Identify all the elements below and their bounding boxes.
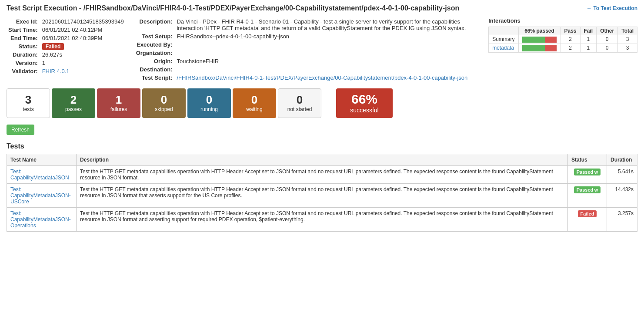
table-row: Test:CapabilityMetadataJSON-Operations T… bbox=[7, 208, 637, 232]
interactions-col-other: Other bbox=[597, 27, 618, 35]
stat-running: 0 running bbox=[187, 88, 231, 118]
origin-value: TouchstoneFHIR bbox=[175, 57, 480, 65]
test-description: Test the HTTP GET metadata capabilities … bbox=[77, 184, 568, 208]
status-badge: Failed bbox=[42, 43, 64, 50]
stat-skipped-label: skipped bbox=[155, 106, 173, 112]
description-label: Description: bbox=[134, 17, 175, 32]
interaction-progress bbox=[518, 35, 561, 44]
test-setup-value: FHIRSandbox--pdex-4-0-1-00-capability-js… bbox=[175, 32, 480, 40]
test-name-link[interactable]: Test:CapabilityMetadataJSON-Operations bbox=[10, 210, 71, 229]
interactions-panel: Interactions 66% passed Pass Fail Other … bbox=[488, 17, 637, 82]
description-value: Da Vinci - PDex - FHIR R4-0-1 - Scenario… bbox=[175, 17, 480, 32]
status-cell: Failed bbox=[40, 42, 126, 51]
test-description: Test the HTTP GET metadata capabilities … bbox=[77, 208, 568, 232]
page-header: Test Script Execution - /FHIRSandbox/DaV… bbox=[7, 4, 637, 12]
version-value: 1 bbox=[40, 59, 126, 67]
tests-table: Test Name Description Status Duration Te… bbox=[7, 154, 637, 232]
organization-label: Organization: bbox=[134, 49, 175, 57]
interactions-col-fail: Fail bbox=[580, 27, 597, 35]
test-name-link[interactable]: Test:CapabilityMetadataJSON bbox=[10, 169, 69, 181]
executed-by-value bbox=[175, 40, 480, 49]
col-header-description: Description bbox=[77, 154, 568, 166]
interaction-fail: 1 bbox=[580, 35, 597, 44]
version-label: Version: bbox=[7, 59, 40, 67]
stat-success-label: successful bbox=[350, 107, 378, 114]
interactions-col-total: Total bbox=[618, 27, 637, 35]
stat-passes-label: passes bbox=[65, 106, 82, 112]
stat-tests: 3 tests bbox=[7, 88, 50, 118]
test-name-cell: Test:CapabilityMetadataJSON-Operations bbox=[7, 208, 77, 232]
interactions-col-name bbox=[489, 27, 518, 35]
test-name-cell: Test:CapabilityMetadataJSON-USCore bbox=[7, 184, 77, 208]
table-row: Test:CapabilityMetadataJSON-USCore Test … bbox=[7, 184, 637, 208]
test-name-cell: Test:CapabilityMetadataJSON bbox=[7, 166, 77, 184]
stat-failures-label: failures bbox=[110, 106, 127, 112]
stat-waiting-label: waiting bbox=[246, 106, 262, 112]
meta-left: Exec Id: 20210601174012451835393949 Star… bbox=[7, 17, 126, 82]
meta-center: Description: Da Vinci - PDex - FHIR R4-0… bbox=[134, 17, 480, 82]
executed-by-label: Executed By: bbox=[134, 40, 175, 49]
table-row: Test:CapabilityMetadataJSON Test the HTT… bbox=[7, 166, 637, 184]
stat-tests-label: tests bbox=[23, 106, 33, 112]
col-header-test-name: Test Name bbox=[7, 154, 77, 166]
stat-running-label: running bbox=[200, 106, 218, 112]
interaction-fail: 1 bbox=[580, 44, 597, 52]
stat-skipped-count: 0 bbox=[161, 94, 167, 105]
start-time-label: Start Time: bbox=[7, 26, 40, 34]
destination-value bbox=[175, 65, 480, 74]
stats-row: 3 tests 2 passes 1 failures 0 skipped 0 … bbox=[7, 88, 637, 118]
stat-passes-count: 2 bbox=[70, 94, 77, 105]
exec-id-label: Exec Id: bbox=[7, 17, 40, 26]
stat-waiting: 0 waiting bbox=[233, 88, 276, 118]
end-time-label: End Time: bbox=[7, 34, 40, 42]
status-badge: Failed bbox=[578, 210, 597, 217]
interactions-title: Interactions bbox=[488, 17, 637, 24]
validator-cell: FHIR 4.0.1 bbox=[40, 67, 126, 75]
status-badge: Passed bbox=[574, 186, 601, 193]
tests-section: Tests Test Name Description Status Durat… bbox=[7, 142, 637, 232]
test-duration: 5.641s bbox=[607, 166, 637, 184]
status-label: Status: bbox=[7, 42, 40, 51]
start-time-value: 06/01/2021 02:40:12PM bbox=[40, 26, 126, 34]
interaction-row-name[interactable]: metadata bbox=[489, 44, 518, 52]
stat-failures-count: 1 bbox=[116, 94, 122, 105]
validator-label: Validator: bbox=[7, 67, 40, 75]
test-description: Test the HTTP GET metadata capabilities … bbox=[77, 166, 568, 184]
interaction-total: 3 bbox=[618, 35, 637, 44]
end-time-value: 06/01/2021 02:40:39PM bbox=[40, 34, 126, 42]
stat-not-started-label: not started bbox=[287, 106, 312, 112]
origin-label: Origin: bbox=[134, 57, 175, 65]
interaction-row-name: Summary bbox=[489, 35, 518, 44]
col-header-status: Status bbox=[568, 154, 607, 166]
stat-tests-count: 3 bbox=[25, 94, 31, 105]
col-header-duration: Duration bbox=[607, 154, 637, 166]
title-main: Test Script Execution bbox=[7, 4, 77, 12]
status-badge: Passed bbox=[574, 169, 601, 175]
refresh-button[interactable]: Refresh bbox=[7, 125, 34, 135]
test-script-cell: /FHIRSandbox/DaVinci/FHIR4-0-1-Test/PDEX… bbox=[175, 74, 480, 82]
title-path: - /FHIRSandbox/DaVinci/FHIR4-0-1-Test/PD… bbox=[79, 4, 459, 12]
test-duration: 14.432s bbox=[607, 184, 637, 208]
validator-link[interactable]: FHIR 4.0.1 bbox=[42, 68, 70, 74]
test-setup-label: Test Setup: bbox=[134, 32, 175, 40]
test-status-cell: Failed bbox=[568, 208, 607, 232]
organization-value bbox=[175, 49, 480, 57]
interaction-pass: 2 bbox=[561, 35, 580, 44]
interaction-pass: 2 bbox=[561, 44, 580, 52]
test-name-link[interactable]: Test:CapabilityMetadataJSON-USCore bbox=[10, 186, 71, 205]
to-test-execution-link[interactable]: To Test Execution bbox=[587, 5, 637, 11]
top-section: Exec Id: 20210601174012451835393949 Star… bbox=[7, 17, 637, 82]
destination-label: Destination: bbox=[134, 65, 175, 74]
exec-id-value: 20210601174012451835393949 bbox=[40, 17, 126, 26]
page-title-text: Test Script Execution - /FHIRSandbox/DaV… bbox=[7, 4, 459, 12]
stat-success-pct: 66% bbox=[351, 93, 377, 106]
interaction-total: 3 bbox=[618, 44, 637, 52]
stat-running-count: 0 bbox=[206, 94, 212, 105]
stat-success: 66% successful bbox=[336, 88, 393, 118]
test-script-link[interactable]: /FHIRSandbox/DaVinci/FHIR4-0-1-Test/PDEX… bbox=[177, 74, 467, 81]
stat-not-started: 0 not started bbox=[278, 88, 321, 118]
stat-skipped: 0 skipped bbox=[142, 88, 186, 118]
interaction-other: 0 bbox=[597, 35, 618, 44]
interactions-col-passed-pct: 66% passed bbox=[518, 27, 561, 35]
duration-value: 26.627s bbox=[40, 51, 126, 59]
